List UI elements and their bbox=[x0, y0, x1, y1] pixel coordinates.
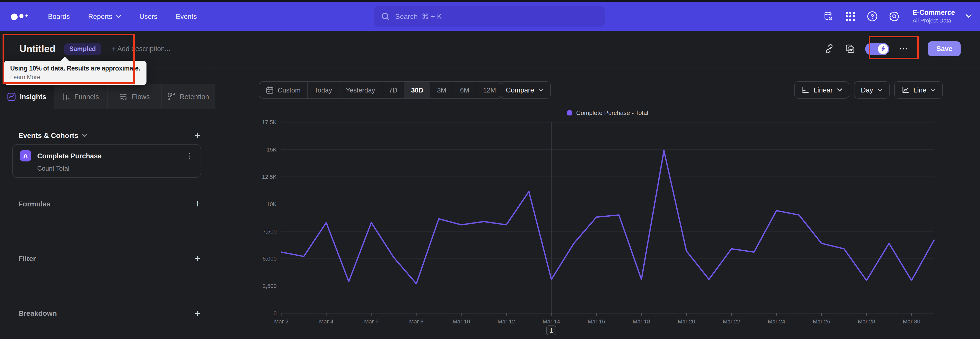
formulas-label: Formulas bbox=[18, 200, 51, 208]
settings-gear-icon[interactable] bbox=[888, 11, 900, 22]
sampled-badge[interactable]: Sampled bbox=[64, 43, 101, 54]
svg-text:0: 0 bbox=[274, 310, 277, 317]
navbar-right: ? E-Commerce All Project Data bbox=[822, 2, 972, 30]
svg-text:7,500: 7,500 bbox=[262, 229, 277, 235]
tab-retention[interactable]: Retention bbox=[161, 84, 215, 109]
chevron-down-icon bbox=[83, 134, 88, 137]
add-breakdown-button[interactable]: + bbox=[195, 308, 200, 318]
mixpanel-logo-icon[interactable] bbox=[9, 10, 33, 22]
svg-text:15K: 15K bbox=[267, 146, 277, 153]
top-navbar: Boards Reports Users Events Search ⌘ + K… bbox=[0, 2, 980, 30]
title-bar-actions: ⋯ Save bbox=[824, 42, 961, 56]
svg-text:Mar 8: Mar 8 bbox=[409, 318, 423, 325]
line-chart[interactable]: 02,5005,0007,50010K12.5K15K17.5KMar 2Mar… bbox=[215, 67, 980, 339]
add-filter-button[interactable]: + bbox=[195, 253, 200, 264]
svg-text:5,000: 5,000 bbox=[262, 256, 277, 262]
project-name: E-Commerce bbox=[912, 8, 955, 17]
project-chevron-down-icon[interactable] bbox=[966, 14, 972, 18]
breakdown-section: Breakdown + bbox=[18, 307, 200, 319]
chevron-down-icon bbox=[116, 14, 121, 18]
main-content: Insights Funnels Flows bbox=[0, 67, 980, 339]
divider bbox=[918, 42, 918, 56]
report-title-bar: Untitled Sampled + Add description... ⋯ … bbox=[0, 30, 980, 67]
events-cohorts-header: Events & Cohorts + bbox=[18, 129, 200, 142]
funnels-icon bbox=[62, 93, 70, 101]
insights-icon bbox=[7, 92, 16, 101]
svg-text:Mar 22: Mar 22 bbox=[723, 318, 740, 325]
svg-text:2,500: 2,500 bbox=[262, 283, 277, 289]
svg-text:Mar 12: Mar 12 bbox=[498, 318, 515, 325]
save-button[interactable]: Save bbox=[928, 42, 961, 56]
event-card-row: A Complete Purchase ⋮ bbox=[13, 145, 200, 162]
retention-icon bbox=[167, 93, 176, 101]
sampling-toggle[interactable] bbox=[865, 43, 889, 55]
data-management-icon[interactable] bbox=[822, 11, 834, 22]
query-sidebar: Insights Funnels Flows bbox=[0, 67, 215, 339]
sampling-tooltip: Using 10% of data. Results are approxima… bbox=[4, 61, 146, 85]
search-input[interactable]: Search ⌘ + K bbox=[374, 6, 605, 27]
svg-text:12.5K: 12.5K bbox=[262, 174, 277, 180]
svg-text:Mar 18: Mar 18 bbox=[633, 318, 650, 325]
nav-item-boards[interactable]: Boards bbox=[48, 13, 70, 20]
project-switcher[interactable]: E-Commerce All Project Data bbox=[912, 8, 955, 24]
duplicate-icon[interactable] bbox=[845, 43, 856, 54]
svg-text:Mar 24: Mar 24 bbox=[768, 318, 785, 325]
svg-text:Mar 26: Mar 26 bbox=[813, 318, 830, 325]
apps-grid-icon[interactable] bbox=[845, 11, 856, 22]
project-scope: All Project Data bbox=[912, 17, 955, 24]
svg-text:Mar 30: Mar 30 bbox=[903, 318, 920, 325]
add-formula-button[interactable]: + bbox=[195, 199, 200, 209]
add-event-button[interactable]: + bbox=[195, 130, 200, 141]
svg-text:?: ? bbox=[870, 13, 874, 20]
filter-label: Filter bbox=[18, 254, 36, 262]
search-placeholder: Search ⌘ + K bbox=[395, 12, 442, 21]
annotation-marker-1[interactable]: 1 bbox=[546, 325, 556, 335]
search-icon bbox=[381, 12, 390, 21]
nav-links: Boards Reports Users Events bbox=[48, 13, 197, 20]
events-cohorts-label[interactable]: Events & Cohorts bbox=[18, 131, 88, 139]
flows-icon bbox=[119, 92, 127, 101]
svg-text:Mar 6: Mar 6 bbox=[364, 318, 379, 325]
toggle-knob bbox=[878, 44, 888, 54]
copy-link-icon[interactable] bbox=[824, 43, 835, 54]
svg-text:Mar 4: Mar 4 bbox=[319, 318, 333, 325]
window-edge-strip bbox=[0, 0, 980, 2]
event-kebab-menu-icon[interactable]: ⋮ bbox=[186, 151, 193, 160]
report-title[interactable]: Untitled bbox=[19, 43, 56, 54]
svg-text:17.5K: 17.5K bbox=[262, 119, 277, 125]
add-description[interactable]: + Add description... bbox=[112, 45, 170, 53]
tooltip-message: Using 10% of data. Results are approxima… bbox=[10, 65, 140, 72]
event-card[interactable]: A Complete Purchase ⋮ Count Total bbox=[12, 144, 201, 178]
svg-text:Mar 2: Mar 2 bbox=[274, 318, 288, 325]
svg-text:Mar 14: Mar 14 bbox=[542, 318, 560, 325]
svg-text:Mar 20: Mar 20 bbox=[678, 318, 695, 325]
tab-insights[interactable]: Insights bbox=[0, 84, 53, 109]
event-name: Complete Purchase bbox=[37, 152, 102, 160]
learn-more-link[interactable]: Learn More bbox=[10, 74, 40, 80]
lightning-bolt-icon bbox=[880, 45, 886, 52]
nav-item-users[interactable]: Users bbox=[139, 13, 158, 20]
svg-text:10K: 10K bbox=[267, 201, 277, 208]
svg-text:Mar 16: Mar 16 bbox=[588, 318, 605, 325]
report-tabs: Insights Funnels Flows bbox=[0, 84, 215, 109]
breakdown-label: Breakdown bbox=[18, 309, 57, 317]
chart-panel: Custom Today Yesterday 7D 30D 3M 6M 12M … bbox=[215, 67, 980, 339]
series-letter-badge: A bbox=[20, 150, 31, 162]
help-icon[interactable]: ? bbox=[866, 11, 878, 22]
tab-flows[interactable]: Flows bbox=[107, 84, 161, 109]
event-aggregation[interactable]: Count Total bbox=[37, 165, 200, 172]
tab-funnels[interactable]: Funnels bbox=[53, 84, 107, 109]
filter-section: Filter + bbox=[18, 253, 200, 265]
svg-text:Mar 10: Mar 10 bbox=[452, 318, 470, 325]
tooltip-arrow bbox=[60, 57, 69, 61]
nav-item-reports[interactable]: Reports bbox=[88, 13, 121, 20]
svg-text:Mar 28: Mar 28 bbox=[858, 318, 875, 325]
formulas-section: Formulas + bbox=[18, 198, 200, 210]
nav-item-events[interactable]: Events bbox=[176, 13, 197, 20]
